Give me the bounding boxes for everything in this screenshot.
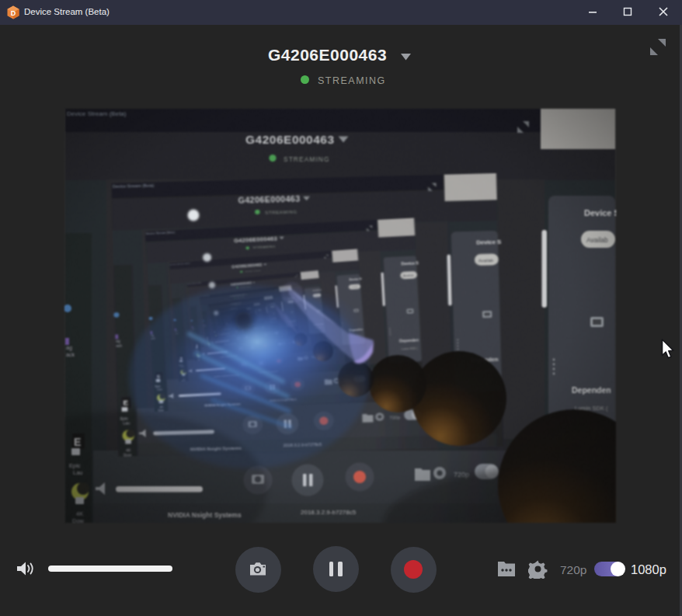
svg-text:D: D: [11, 9, 16, 17]
